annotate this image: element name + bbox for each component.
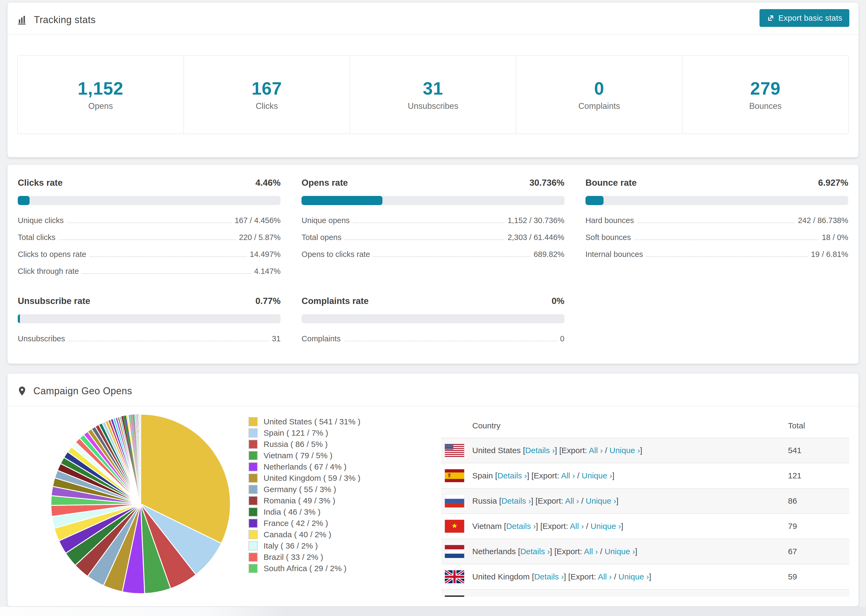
details-link[interactable]: Details › [497, 471, 527, 480]
legend-item-russia[interactable]: Russia ( 86 / 5% ) [249, 438, 361, 450]
dotted-leader [58, 239, 236, 240]
legend-item-brazil[interactable]: Brazil ( 33 / 2% ) [249, 552, 361, 563]
page-title: Tracking stats [34, 14, 96, 25]
legend-swatch [249, 485, 258, 494]
export-unique-link[interactable]: Unique › [619, 572, 649, 581]
rate-detail-value: 242 / 86.738% [798, 216, 848, 225]
details-link[interactable]: Details › [534, 572, 564, 581]
legend-label: Netherlands ( 67 / 4% ) [264, 462, 346, 471]
export-basic-stats-button[interactable]: Export basic stats [759, 9, 849, 27]
details-link[interactable]: Details › [525, 446, 555, 455]
export-all-link[interactable]: All › [561, 471, 575, 480]
country-cell: Vietnam [Details ›] [Export: All › / Uni… [472, 522, 623, 531]
export-all-link[interactable]: All › [589, 446, 603, 455]
flag-de-icon [445, 596, 464, 597]
legend-label: France ( 42 / 2% ) [264, 519, 328, 528]
export-all-link[interactable]: All › [565, 497, 579, 505]
dotted-leader [67, 223, 231, 223]
stat-label: Opens [88, 101, 113, 111]
rate-detail-label: Click through rate [18, 267, 79, 276]
legend-item-united-states[interactable]: United States ( 541 / 31% ) [249, 416, 361, 427]
export-unique-link[interactable]: Unique › [586, 497, 616, 505]
rate-detail-value: 18 / 0% [822, 233, 848, 242]
rate-detail-label: Unique clicks [18, 216, 64, 225]
legend-label: Vietnam ( 79 / 5% ) [264, 451, 332, 460]
rate-detail-label: Unique opens [301, 216, 350, 225]
legend-item-netherlands[interactable]: Netherlands ( 67 / 4% ) [249, 461, 361, 473]
rate-detail-row: Opens to clicks rate689.82% [301, 246, 564, 263]
bar-chart-icon [17, 14, 28, 25]
rate-detail-label: Soft bounces [586, 233, 631, 242]
dotted-leader [68, 341, 269, 341]
link-separator: / [612, 572, 619, 581]
legend-label: Germany ( 55 / 3% ) [264, 485, 336, 494]
export-button-label: Export basic stats [778, 14, 842, 23]
export-label: ] [Export: [527, 471, 561, 480]
details-link[interactable]: Details › [501, 497, 531, 505]
legend-item-vietnam[interactable]: Vietnam ( 79 / 5% ) [249, 450, 361, 461]
details-link[interactable]: Details › [520, 547, 550, 556]
rate-detail-label: Total clicks [18, 233, 55, 242]
country-name: United States [ [472, 446, 525, 455]
dotted-leader [82, 273, 251, 274]
unsubscribe-rate-value: 0.77% [255, 296, 281, 306]
geo-table-row-united-states: United States [Details ›] [Export: All ›… [441, 438, 849, 463]
legend-swatch [249, 519, 258, 528]
rate-detail-value: 19 / 6.81% [811, 250, 848, 259]
legend-label: United States ( 541 / 31% ) [264, 417, 361, 426]
opens-rate-progress-fill [301, 196, 382, 205]
legend-label: Romania ( 49 / 3% ) [264, 496, 335, 505]
export-label: ] [Export: [564, 572, 598, 581]
stat-value: 0 [594, 78, 604, 99]
total-column-header: Total [788, 421, 805, 430]
export-all-link[interactable]: All › [598, 572, 612, 581]
stat-value: 31 [423, 78, 443, 99]
rate-detail-row: Total clicks220 / 5.87% [18, 229, 280, 246]
legend-item-united-kingdom[interactable]: United Kingdom ( 59 / 3% ) [249, 473, 361, 484]
country-name: Netherlands [ [472, 547, 520, 556]
export-unique-link[interactable]: Unique › [582, 471, 612, 480]
horizontal-scrollbar-track[interactable] [0, 607, 866, 616]
dotted-leader [373, 256, 531, 257]
total-cell: 79 [788, 522, 797, 531]
legend-item-spain[interactable]: Spain ( 121 / 7% ) [249, 427, 361, 438]
bracket-close: ] [649, 572, 651, 581]
country-cell: Russia [Details ›] [Export: All › / Uniq… [472, 497, 619, 506]
flag-vn-icon [445, 520, 464, 533]
export-icon [767, 14, 775, 22]
clicks-rate-value: 4.46% [255, 178, 281, 188]
export-unique-link[interactable]: Unique › [609, 446, 640, 455]
dotted-leader [637, 223, 795, 223]
export-unique-link[interactable]: Unique › [605, 547, 635, 556]
export-label: ] [Export: [536, 522, 570, 531]
legend-item-italy[interactable]: Italy ( 36 / 2% ) [249, 540, 361, 552]
legend-item-south-africa[interactable]: South Africa ( 29 / 2% ) [249, 563, 361, 574]
geo-table-row-netherlands: Netherlands [Details ›] [Export: All › /… [441, 539, 849, 564]
export-unique-link[interactable]: Unique › [590, 522, 621, 531]
legend-item-france[interactable]: France ( 42 / 2% ) [249, 518, 361, 529]
export-all-link[interactable]: All › [570, 522, 584, 531]
legend-swatch [249, 564, 258, 573]
legend-item-germany[interactable]: Germany ( 55 / 3% ) [249, 484, 361, 495]
legend-label: Brazil ( 33 / 2% ) [264, 553, 323, 562]
dotted-leader [344, 341, 557, 341]
rate-detail-label: Opens to clicks rate [301, 250, 370, 259]
rate-detail-row: Clicks to opens rate14.497% [18, 246, 280, 263]
country-name: United Kingdom [ [472, 572, 534, 581]
details-link[interactable]: Details › [506, 522, 536, 531]
stat-label: Clicks [256, 101, 278, 111]
legend-swatch [249, 428, 258, 438]
geo-table-row-united-kingdom: United Kingdom [Details ›] [Export: All … [441, 564, 849, 589]
export-all-link[interactable]: All › [584, 547, 598, 556]
rate-detail-value: 31 [272, 334, 280, 343]
bounce-rate-block: Bounce rate6.927%Hard bounces242 / 86.73… [586, 178, 848, 280]
stat-cell-opens: 1,152Opens [18, 56, 183, 134]
legend-item-india[interactable]: India ( 46 / 3% ) [249, 506, 361, 518]
legend-item-canada[interactable]: Canada ( 40 / 2% ) [249, 529, 361, 540]
geo-table-header: Country Total [441, 414, 849, 438]
link-separator: / [579, 497, 586, 505]
legend-label: Italy ( 36 / 2% ) [264, 541, 318, 550]
export-label: ] [Export: [550, 547, 584, 556]
flag-nl-icon [445, 545, 464, 558]
legend-item-romania[interactable]: Romania ( 49 / 3% ) [249, 495, 361, 506]
